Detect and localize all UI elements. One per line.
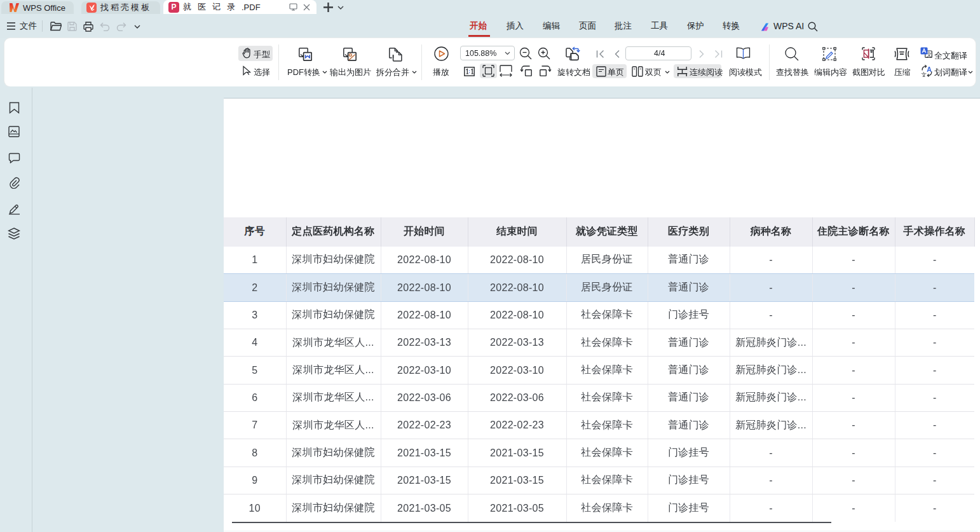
svg-text:A: A	[927, 65, 932, 73]
svg-text:文: 文	[921, 72, 927, 77]
